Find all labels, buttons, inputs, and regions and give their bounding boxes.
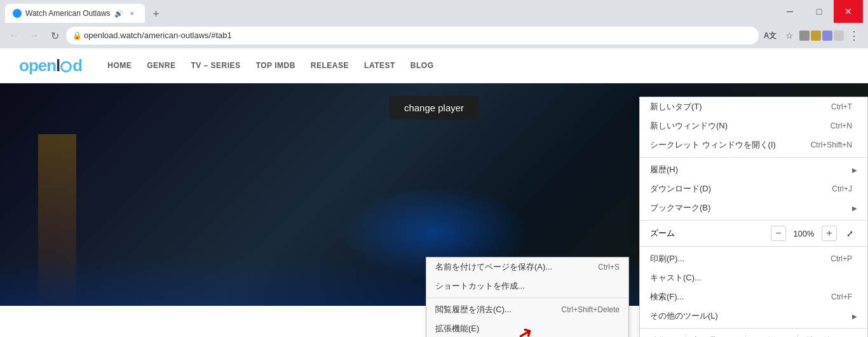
bookmark-star-icon[interactable]: ☆ <box>780 27 798 45</box>
page-menu-shortcut[interactable]: ショートカットを作成... <box>426 277 628 296</box>
zoom-label: ズーム <box>650 228 771 239</box>
menu-more-tools[interactable]: その他のツール(L) <box>640 306 867 326</box>
page-menu-clear-history-label: 閲覧履歴を消去(C)... <box>435 304 562 315</box>
page-menu-save-label: 名前を付けてページを保存(A)... <box>435 261 552 273</box>
menu-downloads-label: ダウンロード(D) <box>650 183 832 195</box>
site-logo[interactable]: openld <box>19 56 82 76</box>
forward-button[interactable]: → <box>25 27 43 45</box>
menu-search-shortcut: Ctrl+F <box>831 292 852 301</box>
back-button[interactable]: ← <box>5 27 23 45</box>
page-menu-shortcut-label: ショートカットを作成... <box>435 280 525 292</box>
nav-home[interactable]: HOME <box>107 61 132 70</box>
copy-button[interactable]: コピー(C) <box>745 334 797 337</box>
menu-incognito-shortcut: Ctrl+Shift+N <box>811 141 852 149</box>
nav-tv-series[interactable]: TV – SERIES <box>191 61 240 70</box>
menu-downloads[interactable]: ダウンロード(D) Ctrl+J <box>640 179 867 198</box>
menu-sep-4 <box>640 328 867 329</box>
tab-audio-icon: 🔊 <box>114 9 123 18</box>
zoom-plus-button[interactable]: + <box>822 226 837 241</box>
menu-new-window-shortcut: Ctrl+N <box>831 121 852 130</box>
address-bar: ← → ↻ 🔒 openload.watch/american-outlaws/… <box>0 23 868 48</box>
zoom-minus-button[interactable]: − <box>771 226 786 241</box>
site-nav: HOME GENRE TV – SERIES TOP IMDB RELEASE … <box>107 61 433 70</box>
active-tab[interactable]: Watch American Outlaws 🔊 × <box>5 4 145 23</box>
change-player-button[interactable]: change player <box>389 96 479 120</box>
menu-cast-label: キャスト(C)... <box>650 272 857 284</box>
edit-actions: 切り取り(T) コピー(C) 貼り付け(P) <box>686 334 857 337</box>
maximize-button[interactable]: □ <box>804 0 834 23</box>
zoom-fullscreen-button[interactable]: ⤢ <box>842 226 857 241</box>
menu-incognito[interactable]: シークレット ウィンドウを開く(I) Ctrl+Shift+N <box>640 135 867 155</box>
menu-sep-1 <box>640 157 867 158</box>
zoom-controls: − 100% + ⤢ <box>771 226 857 241</box>
browser-context-menu: 新しいタブ(T) Ctrl+T 新しいウィンドウ(N) Ctrl+N シークレッ… <box>639 97 868 337</box>
nav-latest[interactable]: LATEST <box>364 61 395 70</box>
nav-genre[interactable]: GENRE <box>147 61 175 70</box>
menu-button[interactable]: ⋮ <box>845 27 863 45</box>
page-menu-extensions-label: 拡張機能(E) <box>435 323 479 334</box>
close-window-icon: ✕ <box>844 6 852 17</box>
translate-icon[interactable]: A文 <box>761 27 779 45</box>
menu-bookmarks-label: ブックマーク(B) <box>650 202 852 214</box>
tab-close-button[interactable]: × <box>127 8 137 18</box>
menu-edit-row: 編集 切り取り(T) コピー(C) 貼り付け(P) <box>640 331 867 337</box>
menu-zoom: ズーム − 100% + ⤢ <box>640 223 867 244</box>
menu-bookmarks[interactable]: ブックマーク(B) <box>640 198 867 217</box>
menu-more-tools-label: その他のツール(L) <box>650 310 852 322</box>
menu-sep-3 <box>640 246 867 247</box>
paste-button[interactable]: 貼り付け(P) <box>797 334 857 337</box>
menu-new-tab[interactable]: 新しいタブ(T) Ctrl+T <box>640 97 867 116</box>
menu-new-tab-label: 新しいタブ(T) <box>650 101 831 113</box>
page-menu-clear-history[interactable]: 閲覧履歴を消去(C)... Ctrl+Shift+Delete <box>426 300 628 319</box>
profile-sq2[interactable] <box>811 31 821 41</box>
nav-release[interactable]: RELEASE <box>311 61 349 70</box>
window-controls: ─ □ ✕ <box>775 0 863 23</box>
minimize-button[interactable]: ─ <box>775 0 804 23</box>
menu-new-window-label: 新しいウィンドウ(N) <box>650 120 831 132</box>
page-menu-sep-1 <box>426 298 628 298</box>
menu-history[interactable]: 履歴(H) <box>640 160 867 179</box>
new-tab-button[interactable]: + <box>147 5 165 23</box>
page-menu-save[interactable]: 名前を付けてページを保存(A)... Ctrl+S <box>426 258 628 277</box>
toolbar-icons: A文 ☆ ⋮ <box>761 27 863 45</box>
menu-sep-2 <box>640 220 867 221</box>
menu-downloads-shortcut: Ctrl+J <box>832 184 852 193</box>
tab-favicon <box>13 9 22 18</box>
menu-incognito-label: シークレット ウィンドウを開く(I) <box>650 139 811 151</box>
page-menu-clear-history-shortcut: Ctrl+Shift+Delete <box>562 305 620 314</box>
menu-search[interactable]: 検索(F)... Ctrl+F <box>640 287 867 306</box>
profile-sq1[interactable] <box>799 31 810 41</box>
menu-new-window[interactable]: 新しいウィンドウ(N) Ctrl+N <box>640 116 867 135</box>
logo-circle <box>60 61 72 72</box>
close-window-button[interactable]: ✕ <box>834 0 863 23</box>
logo-text2: l <box>56 56 60 75</box>
menu-print[interactable]: 印刷(P)... Ctrl+P <box>640 249 867 268</box>
menu-new-tab-shortcut: Ctrl+T <box>831 102 852 111</box>
address-input[interactable]: openload.watch/american-outlaws/#tab1 <box>66 27 759 45</box>
address-wrapper: 🔒 openload.watch/american-outlaws/#tab1 <box>66 27 759 45</box>
menu-print-shortcut: Ctrl+P <box>831 254 852 263</box>
page-menu-save-shortcut: Ctrl+S <box>598 263 620 272</box>
profile-sq4[interactable] <box>834 31 844 41</box>
profile-sq3[interactable] <box>822 31 832 41</box>
nav-top-imdb[interactable]: TOP IMDB <box>256 61 295 70</box>
cut-button[interactable]: 切り取り(T) <box>686 334 745 337</box>
tab-bar: Watch American Outlaws 🔊 × + <box>5 0 775 23</box>
minimize-icon: ─ <box>787 6 793 17</box>
refresh-button[interactable]: ↻ <box>46 27 64 45</box>
zoom-value: 100% <box>791 229 817 238</box>
site-header: openld HOME GENRE TV – SERIES TOP IMDB R… <box>0 48 868 83</box>
nav-blog[interactable]: BLOG <box>410 61 434 70</box>
profile-icons <box>799 31 844 41</box>
menu-cast[interactable]: キャスト(C)... <box>640 268 867 287</box>
lock-icon: 🔒 <box>72 31 82 40</box>
title-bar: Watch American Outlaws 🔊 × + ─ □ ✕ <box>0 0 868 23</box>
logo-text3: d <box>72 56 82 75</box>
maximize-icon: □ <box>817 6 822 17</box>
menu-history-label: 履歴(H) <box>650 164 852 175</box>
tab-title: Watch American Outlaws <box>25 9 111 18</box>
page-content: openld HOME GENRE TV – SERIES TOP IMDB R… <box>0 48 868 337</box>
menu-print-label: 印刷(P)... <box>650 253 831 265</box>
menu-search-label: 検索(F)... <box>650 291 831 303</box>
logo-text: open <box>19 56 56 75</box>
